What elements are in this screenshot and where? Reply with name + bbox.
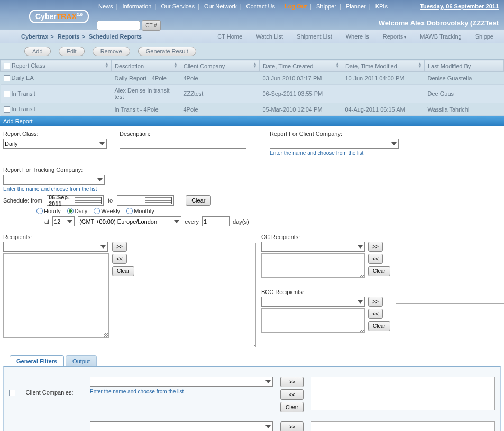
recipients-source-list[interactable] bbox=[3, 253, 109, 338]
bcc-clear-button[interactable]: Clear bbox=[368, 321, 390, 331]
add-button[interactable]: Add bbox=[24, 47, 51, 56]
recipients-clear-button[interactable]: Clear bbox=[112, 266, 134, 276]
bcc-source-list[interactable] bbox=[261, 308, 365, 333]
resize-handle-icon[interactable] bbox=[251, 342, 255, 346]
table-row[interactable]: In TransitAlex Denise In transit testZZZ… bbox=[1, 85, 504, 103]
row-checkbox[interactable] bbox=[4, 75, 10, 81]
tab-output[interactable]: Output bbox=[66, 355, 97, 366]
section-title: Add Report bbox=[0, 116, 504, 126]
resize-handle-icon[interactable] bbox=[104, 333, 108, 337]
client-add-button[interactable]: >> bbox=[280, 377, 304, 387]
client-companies-list[interactable] bbox=[311, 377, 495, 410]
top-nav: News| Information| Our Services| Our Net… bbox=[95, 3, 391, 10]
nav-contact[interactable]: Contact Us bbox=[243, 3, 278, 10]
at-label: at bbox=[44, 218, 49, 225]
table-row[interactable]: Daily EADaily Report - 4Pole4Pole03-Jun-… bbox=[1, 72, 504, 85]
recipients-label: Recipients: bbox=[3, 234, 134, 240]
bcc-target-list[interactable] bbox=[396, 303, 504, 347]
tab-shipment-list[interactable]: Shipment List bbox=[297, 33, 332, 40]
header-date: Tuesday, 06 September 2011 bbox=[420, 3, 499, 10]
cc-remove-button[interactable]: << bbox=[368, 254, 383, 264]
cc-target-list[interactable] bbox=[396, 243, 504, 292]
resize-handle-icon[interactable] bbox=[360, 272, 364, 277]
frequency-radio-group: Hourly Daily Weekly Monthly bbox=[36, 208, 501, 214]
client-remove-button[interactable]: << bbox=[280, 389, 304, 400]
report-class-select[interactable]: Daily bbox=[3, 139, 107, 149]
bcc-remove-button[interactable]: << bbox=[368, 309, 383, 319]
row-checkbox[interactable] bbox=[4, 106, 10, 113]
from-date-input[interactable]: 06-Sep-2011 bbox=[47, 195, 104, 206]
nav-kpis[interactable]: KPIs bbox=[372, 3, 391, 10]
cc-source-list[interactable] bbox=[261, 253, 365, 278]
ct-search: CT # bbox=[97, 20, 161, 31]
timezone-select[interactable]: (GMT +00:00) Europe/London bbox=[78, 216, 181, 226]
nav-network[interactable]: Our Network bbox=[201, 3, 240, 10]
edit-button[interactable]: Edit bbox=[59, 47, 85, 56]
ct-search-button[interactable]: CT # bbox=[142, 20, 161, 31]
bcc-add-button[interactable]: >> bbox=[368, 297, 383, 307]
radio-weekly[interactable]: Weekly bbox=[94, 208, 120, 214]
tab-ct-home[interactable]: CT Home bbox=[217, 33, 242, 40]
bc-reports[interactable]: Reports bbox=[58, 33, 80, 40]
tab-general-filters[interactable]: General Filters bbox=[10, 355, 64, 366]
description-label: Description: bbox=[120, 131, 249, 137]
cc-clear-button[interactable]: Clear bbox=[368, 266, 390, 276]
cc-add-button[interactable]: >> bbox=[368, 242, 383, 252]
recipients-select[interactable] bbox=[3, 242, 108, 252]
resize-handle-icon[interactable] bbox=[360, 327, 364, 332]
client-companies-select[interactable] bbox=[90, 377, 273, 387]
description-input[interactable] bbox=[120, 139, 246, 149]
calendar-icon[interactable] bbox=[145, 197, 172, 204]
tab-shippers[interactable]: Shippe bbox=[475, 33, 493, 40]
nav-news[interactable]: News bbox=[95, 3, 116, 10]
nav-logout[interactable]: Log Out bbox=[281, 3, 310, 10]
every-input[interactable] bbox=[202, 216, 230, 226]
days-label: day(s) bbox=[233, 218, 249, 225]
select-all-checkbox[interactable] bbox=[4, 63, 10, 69]
client-company-select[interactable] bbox=[270, 139, 399, 149]
clear-dates-button[interactable]: Clear bbox=[186, 195, 211, 206]
add-report-form: Report Class: Daily Description: Report … bbox=[0, 126, 504, 431]
radio-monthly[interactable]: Monthly bbox=[126, 208, 154, 214]
nav-shipper[interactable]: Shipper bbox=[313, 3, 340, 10]
client-clear-button[interactable]: Clear bbox=[280, 402, 304, 412]
radio-hourly[interactable]: Hourly bbox=[36, 208, 61, 214]
recipients-add-button[interactable]: >> bbox=[112, 242, 127, 252]
trucking-company-select[interactable] bbox=[3, 175, 105, 185]
radio-daily[interactable]: Daily bbox=[67, 208, 87, 214]
calendar-icon[interactable] bbox=[75, 197, 102, 204]
client-companies-checkbox[interactable] bbox=[9, 390, 15, 396]
row-checkbox[interactable] bbox=[4, 91, 10, 97]
shippers-list[interactable] bbox=[311, 421, 495, 431]
hour-select[interactable]: 12 bbox=[52, 216, 75, 226]
bcc-select[interactable] bbox=[261, 297, 365, 307]
nav-planner[interactable]: Planner bbox=[343, 3, 369, 10]
tab-watch-list[interactable]: Watch List bbox=[256, 33, 283, 40]
recipients-target-list[interactable] bbox=[140, 243, 256, 347]
remove-button[interactable]: Remove bbox=[93, 47, 130, 56]
every-label: every bbox=[185, 218, 199, 225]
shippers-select[interactable] bbox=[90, 421, 273, 431]
subnav: Cybertrax> Reports> Scheduled Reports CT… bbox=[0, 30, 504, 43]
to-date-input[interactable] bbox=[117, 195, 174, 206]
table-row[interactable]: In TransitIn Transit - 4Pole4Pole05-Mar-… bbox=[1, 103, 504, 116]
bcc-label: BCC Recipients: bbox=[261, 289, 390, 295]
nav-information[interactable]: Information bbox=[119, 3, 154, 10]
recipients-remove-button[interactable]: << bbox=[112, 254, 127, 264]
reports-grid: Report Class▲▼ Description▲▼ Client Comp… bbox=[0, 60, 504, 116]
shippers-label: Shippers: bbox=[26, 421, 83, 431]
tab-mawb[interactable]: MAWB Tracking bbox=[420, 33, 461, 40]
nav-services[interactable]: Our Services bbox=[158, 3, 198, 10]
cc-select[interactable] bbox=[261, 242, 365, 252]
shippers-add-button[interactable]: >> bbox=[280, 421, 304, 431]
bc-current: Scheduled Reports bbox=[89, 33, 142, 40]
filter-panel: Client Companies: Enter the name and cho… bbox=[3, 366, 501, 431]
bc-root[interactable]: Cybertrax bbox=[21, 33, 48, 40]
logo: CyberTRAX2.0 bbox=[29, 10, 89, 23]
generate-result-button[interactable]: Generate Result bbox=[138, 47, 196, 56]
tab-where-is[interactable]: Where Is bbox=[346, 33, 369, 40]
client-companies-label: Client Companies: bbox=[26, 377, 83, 396]
tab-reports[interactable]: Reports bbox=[383, 33, 407, 40]
breadcrumb: Cybertrax> Reports> Scheduled Reports bbox=[5, 33, 142, 40]
ct-search-input[interactable] bbox=[97, 21, 140, 30]
